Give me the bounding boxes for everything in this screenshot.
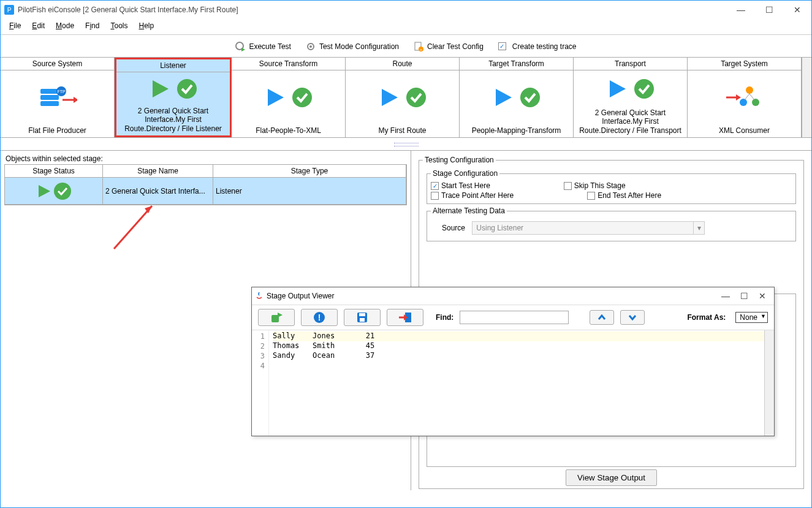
menu-mode[interactable]: Mode xyxy=(52,20,78,31)
window-titlebar: P PilotFish eiConsole [2 General Quick S… xyxy=(1,1,811,19)
export-button[interactable] xyxy=(387,309,423,326)
check-circle-icon xyxy=(176,78,198,100)
source-label: Source xyxy=(433,224,470,232)
dialog-toolbar: ! Find: Format As: None xyxy=(252,305,774,330)
menu-bar: File Edit Mode Find Tools Help xyxy=(1,19,811,34)
chevron-down-icon xyxy=(628,314,637,320)
find-prev-button[interactable] xyxy=(590,310,614,325)
dialog-maximize-button[interactable]: ☐ xyxy=(735,289,753,303)
svg-point-23 xyxy=(634,79,654,99)
minimize-button[interactable]: — xyxy=(727,1,755,19)
maximize-button[interactable]: ☐ xyxy=(755,1,783,19)
view-stage-output-button[interactable]: View Stage Output xyxy=(566,469,657,486)
code-line: Thomas Smith 45 xyxy=(273,341,764,351)
find-label: Find: xyxy=(436,313,453,322)
splitter-horizontal[interactable] xyxy=(1,138,811,150)
play-icon xyxy=(264,86,286,108)
play-icon xyxy=(378,86,400,108)
dialog-titlebar[interactable]: Stage Output Viewer — ☐ ✕ xyxy=(252,287,774,305)
svg-marker-16 xyxy=(268,89,284,106)
save-button[interactable] xyxy=(344,309,381,326)
svg-marker-22 xyxy=(610,80,626,97)
find-input[interactable] xyxy=(460,311,569,324)
test-mode-config-button[interactable]: Test Mode Configuration xyxy=(306,42,399,51)
svg-text:FTP: FTP xyxy=(57,89,66,94)
close-button[interactable]: ✕ xyxy=(783,1,811,19)
svg-point-28 xyxy=(752,99,759,106)
stage-route[interactable]: Route My First Route xyxy=(346,58,460,137)
col-stage-name[interactable]: Stage Name xyxy=(103,165,213,178)
clear-test-config-button[interactable]: + Clear Test Config xyxy=(414,42,484,51)
play-icon xyxy=(492,86,514,108)
objects-title: Objects within selected stage: xyxy=(1,153,411,164)
menu-tools[interactable]: Tools xyxy=(107,20,131,31)
stage-target-transform[interactable]: Target Transform People-Mapping-Transfor… xyxy=(460,58,574,137)
stage-target-system[interactable]: Target System XML Consumer xyxy=(688,58,802,137)
editor-scrollbar[interactable] xyxy=(764,330,774,436)
svg-marker-1 xyxy=(241,48,245,51)
floppy-icon xyxy=(356,311,368,324)
code-area[interactable]: Sally Jones 21 Thomas Smith 45 Sandy Oce… xyxy=(269,330,764,436)
svg-rect-41 xyxy=(359,313,365,316)
svg-point-15 xyxy=(177,79,197,99)
create-testing-trace-checkbox[interactable]: ✓ Create testing trace xyxy=(498,42,577,51)
end-test-checkbox[interactable]: End Test After Here xyxy=(587,191,661,200)
stage-configuration: Stage Configuration ✓Start Test Here Ski… xyxy=(427,169,796,204)
code-line: Sally Jones 21 xyxy=(273,332,764,341)
box-arrow-icon xyxy=(270,311,283,324)
reload-button[interactable] xyxy=(258,309,295,326)
col-stage-type[interactable]: Stage Type xyxy=(213,165,406,178)
svg-point-27 xyxy=(740,99,747,106)
window-title: PilotFish eiConsole [2 General Quick Sta… xyxy=(18,6,727,14)
objects-table: Stage Status Stage Name Stage Type 2 Gen… xyxy=(4,164,407,205)
output-editor[interactable]: 1234 Sally Jones 21 Thomas Smith 45 Sand… xyxy=(252,330,774,436)
dialog-minimize-button[interactable]: — xyxy=(716,289,735,303)
stage-listener[interactable]: Listener 2 General Quick Start Interface… xyxy=(115,58,232,137)
svg-point-26 xyxy=(746,86,753,94)
svg-rect-8 xyxy=(40,95,59,100)
svg-line-29 xyxy=(745,94,749,100)
stage-bar: Source System FTP Flat File Producer Lis… xyxy=(1,57,811,138)
stage-source-transform[interactable]: Source Transform Flat-People-To-XML xyxy=(232,58,346,137)
menu-file[interactable]: File xyxy=(6,20,25,31)
menu-edit[interactable]: Edit xyxy=(28,20,48,31)
dialog-close-button[interactable]: ✕ xyxy=(753,289,772,303)
menu-find[interactable]: Find xyxy=(82,20,103,31)
svg-text:!: ! xyxy=(318,313,321,322)
source-dropdown[interactable]: Using Listener ▾ xyxy=(472,221,705,235)
info-button[interactable]: ! xyxy=(301,309,338,326)
table-header: Stage Status Stage Name Stage Type xyxy=(5,165,406,178)
check-circle-icon xyxy=(291,86,313,108)
code-line: Sandy Ocean 37 xyxy=(273,351,764,361)
chevron-up-icon xyxy=(598,314,606,320)
consumers-icon xyxy=(725,84,764,111)
skip-this-stage-checkbox[interactable]: Skip This Stage xyxy=(564,181,626,190)
svg-line-30 xyxy=(749,94,754,100)
stage-transport[interactable]: Transport 2 General Quick Start Interfac… xyxy=(574,58,688,137)
checkbox-icon: ✓ xyxy=(498,42,506,50)
find-next-button[interactable] xyxy=(620,310,645,325)
start-test-here-checkbox[interactable]: ✓Start Test Here xyxy=(431,181,490,190)
stage-scrollbar[interactable] xyxy=(802,58,811,137)
alternate-testing-data: Alternate Testing Data Source Using List… xyxy=(427,207,796,241)
svg-point-21 xyxy=(520,88,540,107)
format-as-select[interactable]: None xyxy=(735,312,768,323)
check-circle-icon xyxy=(633,78,655,100)
door-arrow-icon xyxy=(398,311,412,324)
check-circle-icon xyxy=(519,86,541,108)
svg-marker-13 xyxy=(74,97,77,103)
svg-marker-31 xyxy=(39,185,50,197)
execute-test-button[interactable]: Execute Test xyxy=(235,42,290,51)
annotation-arrow xyxy=(108,200,169,261)
stage-source-system[interactable]: Source System FTP Flat File Producer xyxy=(1,58,115,137)
play-icon xyxy=(606,78,628,100)
check-circle-icon xyxy=(53,181,72,201)
check-circle-icon xyxy=(405,86,427,108)
line-gutter: 1234 xyxy=(252,330,269,436)
col-stage-status[interactable]: Stage Status xyxy=(5,165,103,178)
table-row[interactable]: 2 General Quick Start Interfa... Listene… xyxy=(5,178,406,205)
trace-point-checkbox[interactable]: Trace Point After Here xyxy=(431,191,514,200)
menu-help[interactable]: Help xyxy=(135,20,157,31)
gear-icon xyxy=(306,42,316,51)
svg-marker-18 xyxy=(382,89,398,106)
